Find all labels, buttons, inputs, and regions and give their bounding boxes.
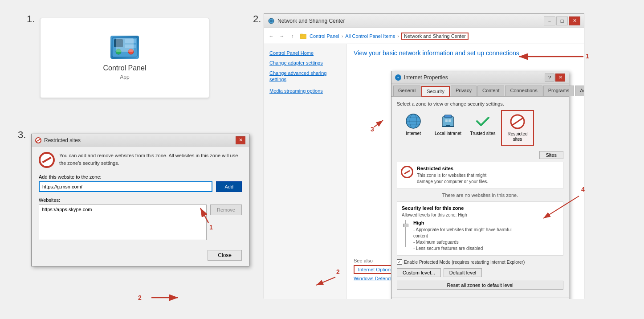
sidebar-adapter-settings[interactable]: Change adapter settings [264, 58, 346, 67]
security-level-title: Security level for this zone [402, 205, 558, 211]
network-sharing-window: Network and Sharing Center − □ ✕ ← → ↑ C… [264, 13, 584, 299]
main-content: View your basic network information and … [346, 44, 584, 299]
high-label: High [413, 220, 512, 225]
add-website-input[interactable] [39, 181, 212, 192]
tab-advanced[interactable]: Advanced [575, 86, 584, 96]
tab-security[interactable]: Security [421, 86, 450, 97]
intranet-zone-label: Local intranet [435, 131, 461, 136]
restricted-dialog-footer: Close [32, 245, 249, 266]
remove-button: Remove [210, 204, 242, 215]
restricted-sites-dialog: Restricted sites ✕ You can add and remov… [31, 134, 249, 266]
tab-general[interactable]: General [393, 86, 420, 96]
restricted-dialog-body: You can add and remove websites from thi… [32, 147, 249, 245]
breadcrumb-last: Network and Sharing Center [401, 33, 469, 40]
up-button[interactable]: ↑ [288, 32, 297, 41]
security-slider-row: High - Appropriate for websites that mig… [402, 220, 558, 252]
action-buttons-row: Custom level... Default level [397, 268, 563, 277]
tab-content[interactable]: Content [477, 86, 505, 96]
breadcrumb-part2[interactable]: All Control Panel Items [345, 33, 395, 39]
allowed-levels: Allowed levels for this zone: High [402, 213, 558, 217]
svg-point-5 [128, 49, 134, 54]
window-titlebar: Network and Sharing Center − □ ✕ [264, 14, 584, 28]
restricted-info-icon [401, 166, 413, 178]
close-button[interactable]: ✕ [569, 16, 580, 25]
add-website-button[interactable]: Add [216, 181, 242, 192]
restricted-dialog-title: Restricted sites [44, 137, 236, 143]
restricted-icon [509, 114, 526, 130]
zone-trusted[interactable]: Trusted sites [466, 110, 499, 146]
content-title: View your basic network information and … [354, 49, 577, 57]
zone-icons-row: Internet [397, 110, 563, 146]
slider-thumb [403, 224, 408, 227]
zone-internet[interactable]: Internet [397, 110, 430, 146]
svg-rect-1 [114, 39, 123, 47]
slider-track[interactable] [402, 220, 410, 247]
protected-mode-checkbox[interactable]: ✓ [397, 259, 402, 265]
restricted-description: Restricted sites This zone is for websit… [417, 166, 488, 185]
sidebar-advanced-sharing[interactable]: Change advanced sharing settings [264, 68, 346, 86]
tab-programs[interactable]: Programs [543, 86, 575, 96]
restricted-dialog-controls: ✕ [236, 136, 245, 144]
close-dialog-button[interactable]: Close [208, 250, 242, 261]
breadcrumb-part1[interactable]: Control Panel [310, 33, 339, 39]
default-level-button[interactable]: Default level [444, 268, 482, 277]
section1-container: 1. Control Panel App [27, 13, 214, 111]
control-panel-icon [110, 36, 139, 59]
custom-level-button[interactable]: Custom level... [397, 268, 441, 277]
step3-number: 3. [18, 129, 26, 141]
add-website-row: Add [39, 181, 242, 192]
svg-rect-20 [448, 119, 451, 122]
svg-rect-16 [444, 115, 452, 118]
window-icon [268, 17, 275, 25]
protected-mode-label: Enable Protected Mode (requires restarti… [404, 260, 525, 265]
sidebar-media-streaming[interactable]: Media streaming options [264, 86, 346, 95]
restricted-title: Restricted sites [417, 166, 488, 171]
websites-label: Websites: [39, 197, 242, 203]
add-website-label: Add this website to the zone: [39, 174, 242, 180]
high-desc2: content [413, 233, 512, 239]
restricted-dialog-icon [35, 137, 41, 143]
restricted-desc1: This zone is for websites that might [417, 172, 488, 179]
dialog-close-button[interactable]: ✕ [555, 74, 565, 82]
reset-zones-button[interactable]: Reset all zones to default level [397, 281, 563, 290]
internet-zone-label: Internet [406, 131, 421, 136]
security-text: High - Appropriate for websites that mig… [413, 220, 512, 252]
sidebar-control-panel-home[interactable]: Control Panel Home [264, 49, 346, 57]
tab-connections[interactable]: Connections [505, 86, 542, 96]
maximize-button[interactable]: □ [556, 16, 568, 25]
window-body: Control Panel Home Change adapter settin… [264, 44, 584, 299]
high-desc1: - Appropriate for websites that might ha… [413, 227, 512, 233]
zone-restricted[interactable]: Restrictedsites [501, 110, 534, 146]
dialog-tabs: General Security Privacy Content Connect… [391, 84, 569, 97]
internet-properties-dialog: Internet Properties ? ✕ General Security… [391, 71, 569, 299]
address-bar: ← → ↑ Control Panel › All Control Panel … [264, 28, 584, 44]
restricted-close-x-button[interactable]: ✕ [236, 136, 245, 144]
dialog-title: Internet Properties [404, 74, 545, 81]
breadcrumb: Control Panel › All Control Panel Items … [310, 33, 581, 40]
high-desc4: - Less secure features are disabled [413, 245, 512, 252]
help-button[interactable]: ? [545, 74, 554, 82]
websites-row: https://apps.skype.com Remove [39, 204, 242, 240]
section2-container: 2. Network and Sharing Center − □ ✕ ← → … [253, 13, 574, 316]
tab-privacy[interactable]: Privacy [451, 86, 477, 96]
app-title: Control Panel [103, 64, 147, 72]
minimize-button[interactable]: − [544, 16, 555, 25]
no-websites-text: There are no websites in this zone. [397, 192, 563, 198]
control-panel-app-card[interactable]: Control Panel App [40, 18, 209, 98]
window-title: Network and Sharing Center [277, 18, 544, 24]
svg-rect-2 [125, 39, 136, 43]
svg-rect-19 [445, 119, 448, 122]
forward-button[interactable]: → [277, 32, 286, 41]
sites-button[interactable]: Sites [539, 151, 563, 159]
websites-list[interactable]: https://apps.skype.com [39, 204, 207, 240]
back-button[interactable]: ← [267, 32, 276, 41]
restricted-info-row: You can add and remove websites from thi… [39, 152, 242, 168]
svg-text:1: 1 [586, 53, 589, 60]
restricted-dialog-titlebar: Restricted sites ✕ [32, 134, 249, 147]
dialog-icon [395, 74, 401, 81]
step2-number: 2. [253, 13, 261, 25]
svg-rect-8 [300, 34, 303, 35]
dialog-controls: ? ✕ [545, 74, 565, 82]
svg-point-4 [116, 49, 121, 54]
zone-intranet[interactable]: Local intranet [432, 110, 465, 146]
